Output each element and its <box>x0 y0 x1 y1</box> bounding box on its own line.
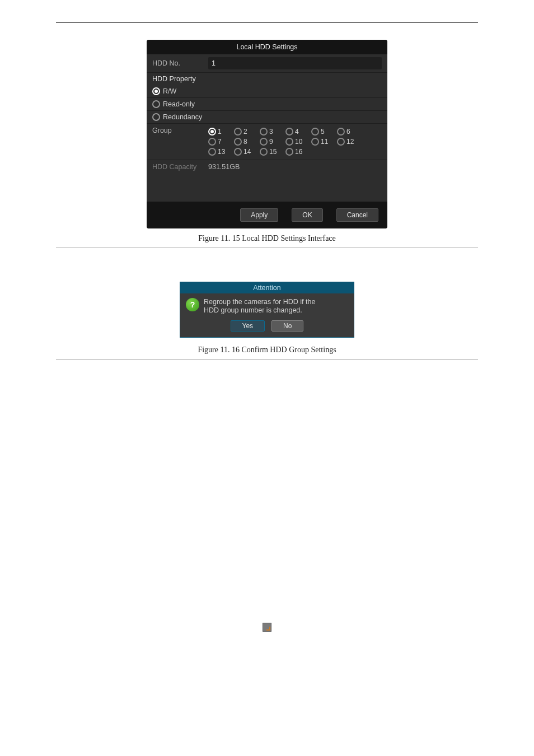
group-number: 4 <box>295 128 299 136</box>
ok-button[interactable]: OK <box>292 208 322 222</box>
group-option-11[interactable]: 11 <box>311 137 337 147</box>
group-number: 13 <box>218 148 225 156</box>
attention-line2: HDD group number is changed. <box>204 306 302 314</box>
radio-icon <box>208 128 216 136</box>
radio-icon <box>234 148 242 156</box>
group-number: 14 <box>243 148 251 156</box>
radio-icon <box>260 148 268 156</box>
group-label: Group <box>152 127 208 134</box>
hdd-capacity-value: 931.51GB <box>208 163 240 171</box>
radio-icon <box>285 128 293 136</box>
group-number: 6 <box>346 128 350 136</box>
radio-icon <box>152 100 160 108</box>
hdd-capacity-label: HDD Capacity <box>152 163 208 171</box>
radio-selected-icon <box>152 87 160 95</box>
edit-icon <box>263 623 271 632</box>
question-icon: ? <box>186 298 199 311</box>
group-option-4[interactable]: 4 <box>285 127 311 137</box>
radio-icon <box>337 128 345 136</box>
hdd-no-value: 1 <box>208 57 382 69</box>
radio-icon <box>311 138 319 146</box>
attention-dialog: Attention ? Regroup the cameras for HDD … <box>180 282 354 338</box>
apply-button[interactable]: Apply <box>240 208 278 222</box>
figure-caption-1: Figure 11. 15 Local HDD Settings Interfa… <box>56 234 478 243</box>
group-number: 2 <box>243 128 247 136</box>
property-readonly-label: Read-only <box>163 100 195 108</box>
group-number: 12 <box>346 138 354 146</box>
group-option-12[interactable]: 12 <box>337 137 363 147</box>
group-number: 16 <box>295 148 302 156</box>
group-option-3[interactable]: 3 <box>260 127 285 137</box>
group-option-7[interactable]: 7 <box>208 137 234 147</box>
property-redundancy-option[interactable]: Redundancy <box>147 111 387 124</box>
group-number: 1 <box>218 128 222 136</box>
radio-icon <box>234 128 242 136</box>
radio-icon <box>208 138 216 146</box>
group-number: 7 <box>218 138 222 146</box>
group-grid: 12345678910111213141516 <box>208 127 382 157</box>
dialog-title: Local HDD Settings <box>147 40 387 54</box>
property-readonly-option[interactable]: Read-only <box>147 98 387 111</box>
group-number: 8 <box>243 138 247 146</box>
group-number: 3 <box>269 128 273 136</box>
cancel-button[interactable]: Cancel <box>336 208 378 222</box>
hdd-no-label: HDD No. <box>152 59 208 67</box>
local-hdd-settings-dialog: Local HDD Settings HDD No. 1 HDD Propert… <box>147 40 387 228</box>
group-option-8[interactable]: 8 <box>234 137 260 147</box>
group-option-9[interactable]: 9 <box>260 137 285 147</box>
rule <box>56 248 478 248</box>
yes-button[interactable]: Yes <box>231 320 265 332</box>
figure-caption-2: Figure 11. 16 Confirm HDD Group Settings <box>56 346 478 354</box>
radio-icon <box>152 113 160 121</box>
group-option-5[interactable]: 5 <box>311 127 337 137</box>
group-option-6[interactable]: 6 <box>337 127 363 137</box>
radio-icon <box>285 148 293 156</box>
radio-icon <box>234 138 242 146</box>
attention-message: Regroup the cameras for HDD if the HDD g… <box>204 298 315 315</box>
property-rw-option[interactable]: R/W <box>147 85 387 98</box>
radio-icon <box>260 138 268 146</box>
group-number: 10 <box>295 138 302 146</box>
no-button[interactable]: No <box>271 320 303 332</box>
top-rule <box>56 22 478 23</box>
group-option-2[interactable]: 2 <box>234 127 260 137</box>
rule <box>56 359 478 360</box>
group-number: 11 <box>321 138 328 146</box>
radio-icon <box>285 138 293 146</box>
group-number: 5 <box>321 128 325 136</box>
radio-icon <box>311 128 319 136</box>
radio-icon <box>337 138 345 146</box>
hdd-property-header: HDD Property <box>152 75 196 83</box>
property-rw-label: R/W <box>163 87 176 95</box>
group-option-16[interactable]: 16 <box>285 147 311 157</box>
group-option-14[interactable]: 14 <box>234 147 260 157</box>
group-option-13[interactable]: 13 <box>208 147 234 157</box>
attention-title: Attention <box>180 282 354 293</box>
group-option-10[interactable]: 10 <box>285 137 311 147</box>
radio-icon <box>208 148 216 156</box>
property-redundancy-label: Redundancy <box>163 113 202 121</box>
radio-icon <box>260 128 268 136</box>
group-option-1[interactable]: 1 <box>208 127 234 137</box>
group-option-15[interactable]: 15 <box>260 147 285 157</box>
group-number: 15 <box>269 148 277 156</box>
attention-line1: Regroup the cameras for HDD if the <box>204 298 315 306</box>
group-number: 9 <box>269 138 273 146</box>
